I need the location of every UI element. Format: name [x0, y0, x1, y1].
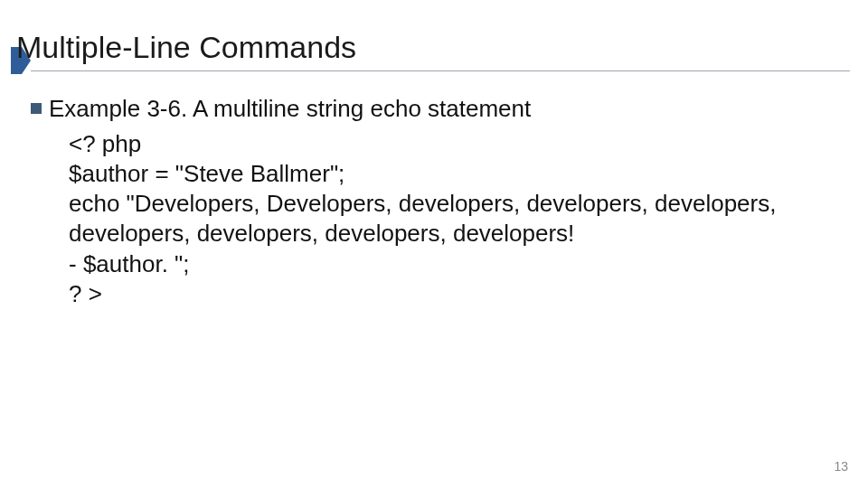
bullet-row: Example 3-6. A multiline string echo sta…: [31, 94, 832, 124]
page-number: 13: [834, 459, 848, 474]
bullet-text: Example 3-6. A multiline string echo sta…: [49, 94, 531, 124]
code-block: <? php $author = "Steve Ballmer"; echo "…: [69, 129, 832, 310]
slide-body: Example 3-6. A multiline string echo sta…: [31, 94, 832, 309]
title-underline: [31, 70, 850, 71]
square-bullet-icon: [31, 103, 42, 114]
slide-title-row: Multiple-Line Commands: [11, 22, 850, 72]
slide-title: Multiple-Line Commands: [16, 30, 356, 65]
